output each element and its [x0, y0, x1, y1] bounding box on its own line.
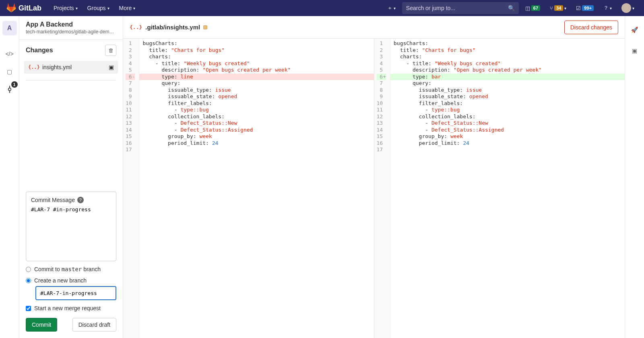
nav-groups[interactable]: Groups▾ [83, 2, 114, 14]
modified-indicator [203, 25, 207, 29]
project-title: App A Backend [26, 21, 116, 28]
global-search[interactable]: 🔍 [402, 2, 519, 14]
project-header: App A Backend tech-marketing/demos/gitla… [19, 16, 123, 40]
code-icon: </> [5, 51, 13, 57]
project-avatar[interactable]: A [2, 21, 17, 35]
todo-icon: ☑ [576, 5, 581, 11]
create-branch-label: Create a new branch [34, 277, 87, 284]
diff-view: 1 2 3 4 5 6- 7 8 9 10 11 12 13 14 15 16 … [123, 39, 625, 338]
new-dropdown[interactable]: ＋▾ [384, 3, 399, 13]
editor-header: {..} .gitlab/insights.yml Discard change… [123, 16, 625, 39]
commit-message-input[interactable] [31, 206, 111, 255]
help-dropdown[interactable]: ？▾ [600, 3, 615, 13]
create-branch-radio[interactable] [26, 278, 31, 283]
create-branch-option[interactable]: Create a new branch [26, 277, 116, 284]
staged-count: 1 [11, 81, 18, 88]
activity-bar: A </> ▢ 1 [0, 16, 19, 338]
code-right[interactable]: bugsCharts: title: "Charts for bugs" cha… [390, 39, 625, 338]
yaml-icon: {..} [28, 64, 40, 70]
right-sidebar: 🚀 ▣ [625, 16, 644, 338]
commit-view[interactable]: 1 [2, 82, 17, 97]
issues-link[interactable]: ◫67 [522, 4, 543, 13]
mrs-count: 34 [554, 5, 563, 11]
code-left[interactable]: bugsCharts: title: "Charts for bugs" cha… [139, 39, 374, 338]
diff-right-pane: 1 2 3 4 5 6+ 7 8 9 10 11 12 13 14 15 16 … [374, 39, 625, 338]
terminal-icon: ▣ [632, 47, 637, 54]
edit-view[interactable]: </> [2, 47, 17, 61]
discard-draft-button[interactable]: Discard draft [72, 318, 116, 332]
trash-icon: 🗑 [108, 47, 114, 54]
search-input[interactable] [406, 5, 505, 11]
start-mr-checkbox[interactable] [26, 306, 31, 311]
editor: {..} .gitlab/insights.yml Discard change… [123, 16, 625, 338]
mrs-link[interactable]: ⑂34▾ [547, 4, 570, 13]
chevron-down-icon: ▾ [394, 6, 396, 10]
pipelines-button[interactable]: 🚀 [627, 23, 642, 37]
gitlab-icon [6, 3, 16, 13]
changes-label: Changes [26, 47, 53, 54]
nav-projects[interactable]: Projects▾ [50, 2, 82, 14]
center-area: {..} .gitlab/insights.yml Discard change… [123, 16, 644, 338]
user-menu[interactable]: ▾ [618, 2, 638, 14]
commit-to-branch-radio[interactable] [26, 267, 31, 272]
plus-icon: ＋ [387, 4, 392, 12]
chevron-down-icon: ▾ [133, 6, 135, 10]
merge-request-icon: ⑂ [550, 5, 553, 11]
diff-left-pane: 1 2 3 4 5 6- 7 8 9 10 11 12 13 14 15 16 … [123, 39, 374, 338]
ide-workspace: A </> ▢ 1 App A Backend tech-marketing/d… [0, 16, 644, 338]
discard-all-button[interactable]: 🗑 [105, 45, 116, 56]
todos-link[interactable]: ☑99+ [573, 4, 597, 13]
nav-menu: Projects▾ Groups▾ More▾ [50, 2, 139, 14]
line-numbers-left: 1 2 3 4 5 6- 7 8 9 10 11 12 13 14 15 16 … [123, 39, 139, 338]
line-numbers-right: 1 2 3 4 5 6+ 7 8 9 10 11 12 13 14 15 16 … [374, 39, 390, 338]
brand-text: GitLab [19, 4, 41, 12]
file-path-text: .gitlab/insights.yml [145, 24, 200, 31]
changed-file-item[interactable]: {..}insights.yml ▣ [24, 61, 118, 74]
changes-header: Changes 🗑 [19, 40, 123, 61]
issues-count: 67 [531, 5, 540, 11]
chevron-down-icon: ▾ [107, 6, 109, 10]
avatar [621, 3, 631, 13]
start-mr-label: Start a new merge request [34, 305, 101, 311]
commit-to-branch-option[interactable]: Commit to master branch [26, 266, 116, 272]
chevron-down-icon: ▾ [610, 6, 612, 10]
review-icon: ▢ [7, 68, 12, 75]
chevron-down-icon: ▾ [632, 6, 634, 10]
issue-icon: ◫ [525, 5, 530, 11]
commit-message-box: Commit Message ? [26, 192, 116, 261]
file-name: insights.yml [42, 64, 72, 70]
commit-button[interactable]: Commit [26, 318, 57, 332]
discard-changes-button[interactable]: Discard changes [564, 21, 618, 34]
commit-message-label: Commit Message [31, 197, 75, 203]
top-navbar: GitLab Projects▾ Groups▾ More▾ ＋▾ 🔍 ◫67 … [0, 0, 644, 16]
breadcrumb: tech-marketing/demos/gitlab-agile-demo/l… [26, 29, 116, 35]
left-panel: App A Backend tech-marketing/demos/gitla… [19, 16, 123, 338]
svg-point-0 [8, 88, 11, 91]
commit-panel: Commit Message ? Commit to master branch… [19, 185, 123, 338]
todos-count: 99+ [582, 5, 594, 11]
chevron-down-icon: ▾ [76, 6, 78, 10]
review-view[interactable]: ▢ [2, 64, 17, 79]
nav-more[interactable]: More▾ [115, 2, 140, 14]
separator [26, 80, 116, 80]
terminal-button[interactable]: ▣ [627, 43, 642, 58]
file-path: {..} .gitlab/insights.yml [130, 24, 207, 31]
brand-logo[interactable]: GitLab [6, 3, 41, 13]
chevron-down-icon: ▾ [564, 6, 566, 10]
yaml-icon: {..} [130, 24, 142, 30]
start-mr-option[interactable]: Start a new merge request [26, 305, 116, 311]
question-icon: ？ [603, 4, 609, 12]
unstage-icon[interactable]: ▣ [109, 64, 114, 70]
rocket-icon: 🚀 [631, 27, 638, 33]
branch-name-input[interactable] [35, 286, 116, 300]
search-icon: 🔍 [508, 5, 515, 11]
help-icon[interactable]: ? [77, 197, 84, 203]
